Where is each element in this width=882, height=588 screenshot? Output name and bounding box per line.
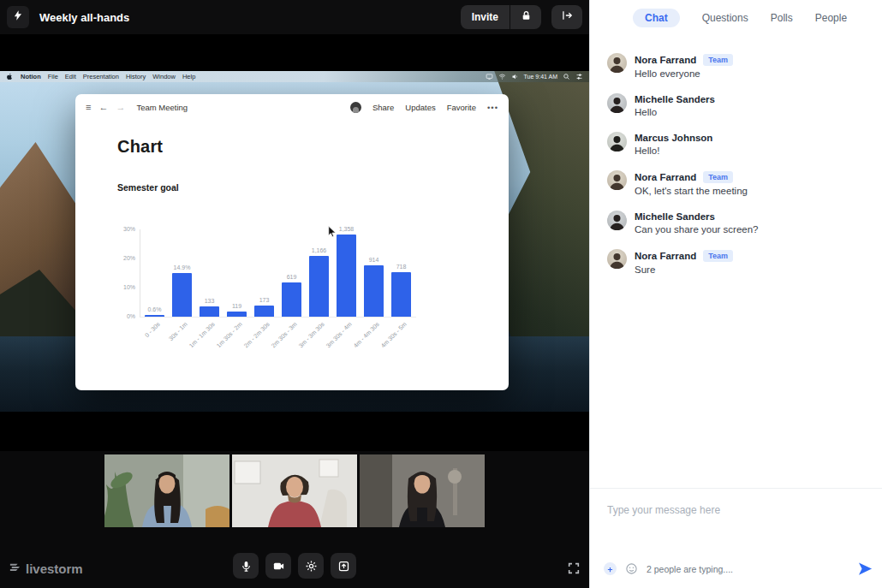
volume-icon (511, 73, 519, 80)
top-bar: Weekly all-hands Invite (0, 0, 589, 34)
message-text: Hello (635, 107, 715, 117)
send-button[interactable] (857, 561, 873, 577)
message-body: Marcus JohnsonHello! (635, 132, 712, 156)
chart-bar (145, 315, 164, 317)
notion-window: ≡ ← → Team Meeting Share Updates Favorit… (75, 94, 509, 390)
participant-video-1[interactable] (104, 454, 229, 527)
send-icon (857, 561, 873, 577)
bar-value-label: 914 (357, 257, 391, 263)
bar-value-label: 619 (275, 274, 309, 280)
meeting-stage: Weekly all-hands Invite NotionFileEditPr… (0, 0, 589, 588)
display-icon (486, 73, 493, 80)
invite-button[interactable]: Invite (461, 5, 510, 29)
settings-button[interactable] (298, 553, 324, 579)
lock-button[interactable] (510, 5, 541, 29)
lock-icon (521, 9, 532, 25)
chart-bar (254, 306, 274, 317)
chart-bar (309, 256, 329, 317)
participant-3-video-frame (360, 454, 485, 527)
panel-tabs: ChatQuestionsPollsPeople (590, 0, 882, 27)
add-attachment-button[interactable] (604, 562, 617, 575)
chat-message: Nora FarrandTeamHello everyone (607, 53, 872, 79)
bar-value-label: 14.9% (165, 264, 200, 270)
emoji-button[interactable] (625, 562, 638, 575)
composer-toolbar: 2 people are typing.... (604, 561, 873, 577)
typing-status: 2 people are typing.... (647, 564, 733, 574)
message-body: Nora FarrandTeamOK, let's start the meet… (635, 170, 748, 196)
macos-menubar: NotionFileEditPresentationHistoryWindowH… (0, 71, 589, 82)
team-badge: Team (703, 171, 733, 183)
fullscreen-icon (567, 563, 581, 578)
avatar (607, 132, 627, 151)
chat-input[interactable] (605, 502, 866, 553)
avatar (607, 53, 627, 73)
chart-bar (172, 273, 192, 317)
chart-bar (282, 282, 301, 317)
topbar-actions: Invite (461, 5, 582, 29)
author-name: Michelle Sanders (635, 211, 715, 222)
bar-value-label: 1,166 (302, 247, 337, 253)
participant-video-3[interactable] (360, 454, 485, 527)
y-axis-tick: 0% (110, 313, 135, 319)
avatar (607, 93, 627, 113)
microphone-button[interactable] (233, 553, 259, 579)
participant-video-2[interactable] (232, 454, 357, 527)
leave-button[interactable] (551, 5, 582, 29)
menubar-item-edit: Edit (65, 73, 76, 80)
avatar (607, 211, 627, 230)
message-text: OK, let's start the meeting (635, 186, 748, 196)
fullscreen-button[interactable] (567, 561, 581, 575)
menubar-clock: Tue 9:41 AM (524, 74, 557, 80)
bar-value-label: 119 (220, 303, 254, 309)
control-center-icon (575, 73, 583, 80)
message-body: Michelle SandersCan you share your scree… (635, 211, 758, 235)
meeting-title: Weekly all-hands (39, 11, 129, 24)
app-logo (7, 6, 29, 28)
chart-bar (200, 306, 219, 317)
author-name: Nora Farrand (635, 251, 696, 261)
message-author: Michelle Sanders (635, 94, 715, 104)
wifi-icon (498, 73, 506, 80)
chat-message: Nora FarrandTeamSure (607, 249, 872, 275)
message-body: Nora FarrandTeamSure (635, 249, 733, 275)
y-axis-tick: 10% (110, 284, 135, 290)
team-badge: Team (703, 250, 733, 262)
menubar-trailing-icons (563, 73, 583, 80)
menubar-status-icons (486, 73, 519, 80)
bar-chart: 0.6%0 - 30s14.9%30s - 1m1331m - 1m 30s11… (75, 94, 509, 390)
tab-people[interactable]: People (815, 12, 847, 24)
author-name: Marcus Johnson (635, 133, 712, 143)
plus-icon (606, 561, 614, 577)
chat-panel: ChatQuestionsPollsPeople Nora FarrandTea… (589, 0, 882, 588)
menubar-item-file: File (48, 73, 58, 80)
message-text: Can you share your screen? (635, 224, 758, 235)
bar-value-label: 718 (384, 264, 419, 270)
menubar-items: NotionFileEditPresentationHistoryWindowH… (21, 73, 195, 80)
participant-2-video-frame (232, 454, 357, 527)
bar-value-label: 173 (247, 297, 282, 303)
message-text: Hello! (635, 146, 712, 156)
menubar-item-presentation: Presentation (83, 73, 119, 80)
camera-button[interactable] (265, 553, 291, 579)
message-body: Nora FarrandTeamHello everyone (635, 53, 733, 79)
participant-1-video-frame (104, 454, 229, 527)
message-body: Michelle SandersHello (635, 93, 715, 117)
search-icon (563, 73, 570, 80)
tab-questions[interactable]: Questions (702, 12, 748, 24)
chart-plot-area: 0.6%0 - 30s14.9%30s - 1m1331m - 1m 30s11… (140, 229, 416, 318)
chat-message: Marcus JohnsonHello! (607, 132, 872, 156)
chat-message: Nora FarrandTeamOK, let's start the meet… (607, 170, 872, 196)
message-author: Marcus Johnson (635, 133, 712, 143)
screenshare-button[interactable] (331, 553, 356, 579)
screenshare-stage: NotionFileEditPresentationHistoryWindowH… (0, 34, 589, 451)
team-badge: Team (703, 54, 733, 66)
chat-message: Michelle SandersCan you share your scree… (607, 211, 872, 235)
chat-message: Michelle SandersHello (607, 93, 872, 117)
menubar-item-history: History (126, 73, 146, 80)
menubar-item-window: Window (152, 73, 176, 80)
message-text: Sure (635, 264, 733, 275)
tab-chat[interactable]: Chat (633, 9, 680, 27)
bar-value-label: 0.6% (138, 306, 172, 312)
tab-polls[interactable]: Polls (771, 12, 793, 24)
chart-bar (227, 312, 247, 317)
